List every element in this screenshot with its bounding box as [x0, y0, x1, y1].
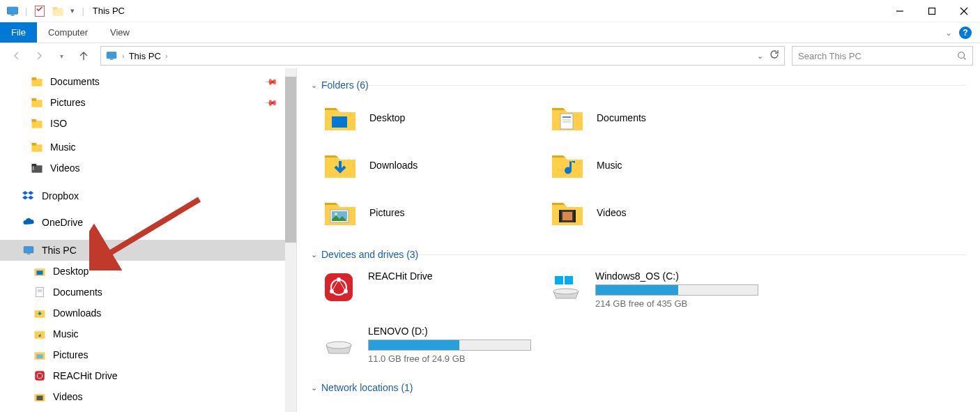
divider: |	[82, 6, 84, 16]
sidebar-item-music[interactable]: Music	[0, 323, 296, 344]
properties-icon[interactable]	[33, 4, 47, 18]
sidebar-item-label: Music	[53, 328, 79, 339]
search-input[interactable]	[798, 51, 957, 61]
tab-view[interactable]: View	[99, 22, 141, 43]
tab-file[interactable]: File	[0, 22, 37, 43]
videos-folder-icon	[551, 196, 584, 229]
chevron-down-icon: ⌄	[311, 250, 317, 259]
svg-rect-16	[32, 98, 37, 101]
sidebar-item-documents[interactable]: Documents	[0, 282, 296, 303]
svg-rect-49	[559, 210, 561, 222]
svg-rect-1	[11, 15, 15, 16]
pin-icon: 📌	[264, 96, 279, 110]
svg-rect-28	[37, 270, 43, 275]
section-label: Folders (6)	[321, 79, 369, 91]
folder-videos[interactable]: Videos	[548, 193, 771, 232]
svg-rect-9	[107, 52, 116, 59]
sidebar-item-label: Music	[50, 142, 76, 153]
folder-icon	[31, 117, 43, 130]
windows-drive-icon	[549, 270, 583, 304]
svg-line-12	[964, 58, 966, 60]
drive-usage-bar	[368, 339, 531, 351]
sidebar-item-pictures[interactable]: Pictures 📌	[0, 92, 296, 113]
sidebar-item-this-pc[interactable]: This PC	[0, 240, 296, 261]
sidebar-item-downloads[interactable]: Downloads	[0, 303, 296, 323]
close-button[interactable]	[948, 0, 980, 22]
back-button[interactable]	[7, 46, 26, 66]
folder-music[interactable]: Music	[548, 146, 771, 185]
sidebar-item-reachit[interactable]: REACHit Drive	[0, 365, 296, 386]
svg-rect-23	[33, 167, 34, 168]
maximize-button[interactable]	[916, 0, 948, 22]
reachit-icon	[33, 369, 46, 382]
folder-label: Downloads	[369, 160, 418, 171]
sidebar-item-dropbox[interactable]: Dropbox	[0, 185, 296, 206]
ribbon-expand-icon[interactable]: ⌄	[945, 28, 952, 38]
folder-pictures[interactable]: Pictures	[321, 193, 544, 232]
title-bar: | ▾ | This PC	[0, 0, 980, 22]
svg-rect-18	[32, 119, 37, 122]
folder-label: Music	[597, 160, 622, 171]
sidebar-item-label: REACHit Drive	[53, 370, 118, 381]
content-pane: ⌄ Folders (6) Desktop Documents Download…	[297, 68, 980, 412]
folder-label: Documents	[597, 112, 646, 123]
svg-rect-35	[37, 354, 43, 358]
svg-rect-20	[32, 143, 37, 146]
minimize-button[interactable]	[884, 0, 916, 22]
address-bar[interactable]: › This PC › ⌄	[100, 46, 785, 66]
svg-rect-17	[32, 121, 43, 128]
folder-downloads[interactable]: Downloads	[321, 146, 544, 185]
drive-label: Windows8_OS (C:)	[595, 270, 758, 282]
music-icon	[33, 328, 46, 340]
svg-point-47	[335, 213, 337, 215]
sidebar-item-music[interactable]: Music	[0, 137, 296, 158]
address-dropdown-icon[interactable]: ⌄	[757, 52, 763, 61]
pin-icon: 📌	[264, 75, 279, 89]
section-network[interactable]: ⌄ Network locations (1)	[311, 378, 966, 397]
sidebar-item-label: OneDrive	[42, 217, 83, 228]
search-icon[interactable]	[957, 51, 967, 61]
sidebar-item-desktop[interactable]: Desktop	[0, 261, 296, 282]
new-folder-icon[interactable]	[51, 4, 65, 18]
sidebar-item-label: ISO	[50, 118, 67, 129]
folder-label: Videos	[597, 207, 627, 218]
sidebar-item-pictures[interactable]: Pictures	[0, 344, 296, 365]
sidebar-item-label: Pictures	[53, 349, 89, 360]
refresh-icon[interactable]	[769, 49, 780, 63]
folder-desktop[interactable]: Desktop	[321, 98, 544, 137]
drive-reachit[interactable]: REACHit Drive	[321, 269, 544, 310]
svg-rect-36	[35, 371, 45, 381]
sidebar-item-label: Videos	[53, 391, 83, 402]
desktop-icon	[33, 265, 46, 277]
forward-button[interactable]	[29, 46, 49, 66]
recent-dropdown[interactable]: ▾	[52, 46, 71, 66]
sidebar-item-onedrive[interactable]: OneDrive	[0, 212, 296, 233]
qat-dropdown[interactable]: ▾	[70, 6, 75, 15]
sidebar-item-videos[interactable]: Videos	[0, 158, 296, 178]
svg-rect-14	[32, 77, 37, 80]
breadcrumb-sep[interactable]: ›	[165, 52, 168, 60]
help-icon[interactable]: ?	[959, 26, 972, 39]
svg-rect-0	[8, 7, 18, 14]
sidebar-item-label: Desktop	[53, 266, 89, 277]
breadcrumb-this-pc[interactable]: This PC	[129, 51, 161, 61]
drive-d[interactable]: LENOVO (D:) 11.0 GB free of 24.9 GB	[321, 324, 544, 365]
scrollbar-thumb[interactable]	[285, 77, 296, 243]
folder-icon	[31, 96, 43, 109]
sidebar-item-videos[interactable]: Videos	[0, 386, 296, 407]
sidebar-item-iso[interactable]: ISO	[0, 113, 296, 134]
svg-rect-60	[555, 276, 563, 284]
sidebar-item-label: Dropbox	[42, 190, 79, 201]
tab-computer[interactable]: Computer	[37, 22, 99, 43]
up-button[interactable]	[74, 46, 93, 66]
drive-usage-bar	[595, 284, 758, 296]
sidebar-item-documents[interactable]: Documents 📌	[0, 71, 296, 92]
drive-label: LENOVO (D:)	[368, 326, 531, 337]
music-folder-icon	[551, 148, 584, 182]
divider: |	[25, 6, 27, 16]
drive-c[interactable]: Windows8_OS (C:) 214 GB free of 435 GB	[548, 269, 771, 310]
search-box[interactable]	[792, 46, 973, 66]
breadcrumb-sep[interactable]: ›	[122, 52, 125, 60]
pictures-folder-icon	[323, 196, 357, 229]
folder-documents[interactable]: Documents	[548, 98, 771, 137]
